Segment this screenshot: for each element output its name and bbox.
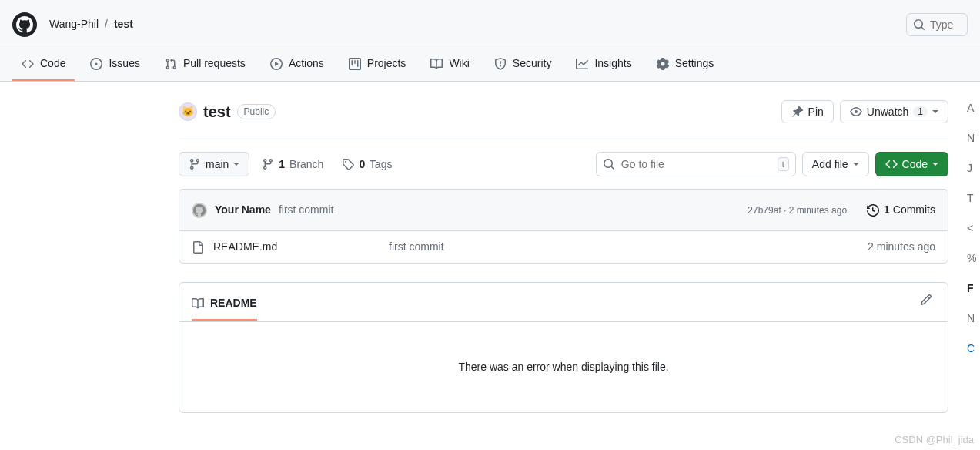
- unwatch-button[interactable]: Unwatch 1: [840, 100, 948, 123]
- sidebar-letter: A: [967, 100, 980, 116]
- file-row: README.md first commit 2 minutes ago: [179, 231, 948, 263]
- readme-header: README: [179, 283, 948, 322]
- commit-meta: 27b79af · 2 minutes ago: [748, 203, 847, 217]
- edit-readme-button[interactable]: [917, 290, 935, 314]
- add-file-button[interactable]: Add file: [802, 152, 869, 176]
- file-icon: [192, 241, 204, 254]
- global-search-input[interactable]: [930, 18, 961, 31]
- breadcrumb-owner[interactable]: Wang-Phil: [49, 16, 99, 32]
- sidebar-letter: N: [967, 130, 980, 146]
- nav-label: Issues: [109, 55, 139, 72]
- files-box: Your Name first commit 27b79af · 2 minut…: [179, 189, 948, 264]
- pencil-icon: [920, 294, 932, 306]
- history-icon: [867, 204, 879, 217]
- commit-author[interactable]: Your Name: [215, 202, 271, 218]
- nav-label: Insights: [594, 55, 631, 72]
- readme-tab[interactable]: README: [192, 292, 257, 321]
- repo-avatar: 🐱: [179, 102, 197, 121]
- nav-issues[interactable]: Issues: [81, 49, 149, 81]
- repo-actions: Pin Unwatch 1: [781, 100, 948, 123]
- commit-time: 2 minutes ago: [789, 205, 847, 216]
- go-to-file-input[interactable]: [621, 158, 771, 170]
- nav-label: Projects: [367, 55, 406, 72]
- commit-sha[interactable]: 27b79af: [748, 205, 781, 216]
- branches-link[interactable]: 1 Branch: [256, 153, 329, 176]
- pin-label: Pin: [808, 106, 824, 118]
- chevron-down-icon: [853, 163, 859, 166]
- pin-button[interactable]: Pin: [781, 100, 834, 123]
- code-button[interactable]: Code: [875, 152, 948, 176]
- breadcrumb-repo[interactable]: test: [114, 16, 133, 32]
- nav-label: Code: [40, 55, 65, 72]
- code-icon: [22, 58, 34, 70]
- sidebar-letter: F: [967, 280, 980, 297]
- shield-icon: [494, 58, 507, 70]
- readme-box: README There was an error when displayin…: [179, 282, 948, 413]
- nav-code[interactable]: Code: [12, 49, 75, 81]
- nav-actions[interactable]: Actions: [261, 49, 333, 81]
- book-icon: [192, 297, 204, 310]
- insights-icon: [576, 58, 588, 70]
- add-file-label: Add file: [812, 158, 848, 170]
- sidebar-letter: J: [967, 160, 980, 176]
- projects-icon: [349, 58, 361, 70]
- commits-link[interactable]: 1 Commits: [867, 202, 935, 218]
- sidebar-letter: C: [967, 341, 980, 357]
- global-search[interactable]: [906, 13, 968, 36]
- wiki-icon: [430, 58, 443, 70]
- branch-selector-button[interactable]: main: [179, 152, 249, 176]
- repo-title-row: 🐱 test Public Pin Unwatch 1: [179, 100, 948, 136]
- chevron-down-icon: [932, 110, 938, 113]
- nav-label: Security: [513, 55, 552, 72]
- unwatch-label: Unwatch: [867, 106, 908, 118]
- code-label: Code: [902, 158, 928, 170]
- code-icon: [885, 158, 898, 170]
- repo-nav: Code Issues Pull requests Actions Projec…: [0, 49, 980, 82]
- chevron-down-icon: [932, 163, 938, 166]
- github-logo[interactable]: [12, 12, 37, 37]
- latest-commit-row: Your Name first commit 27b79af · 2 minut…: [179, 190, 948, 231]
- chevron-down-icon: [233, 163, 239, 166]
- issues-icon: [90, 58, 102, 70]
- nav-projects[interactable]: Projects: [339, 49, 416, 81]
- repo-title: test: [203, 100, 231, 123]
- nav-security[interactable]: Security: [485, 49, 561, 81]
- commit-message[interactable]: first commit: [279, 202, 334, 218]
- nav-insights[interactable]: Insights: [567, 49, 641, 81]
- readme-tab-label: README: [210, 295, 257, 311]
- search-icon: [913, 18, 925, 31]
- pullrequest-icon: [165, 58, 177, 70]
- visibility-badge: Public: [237, 104, 276, 119]
- eye-icon: [850, 106, 862, 118]
- file-link[interactable]: README.md: [213, 239, 277, 255]
- nav-label: Wiki: [449, 55, 469, 72]
- branch-icon: [189, 158, 201, 170]
- nav-wiki[interactable]: Wiki: [421, 49, 478, 81]
- gear-icon: [657, 58, 669, 70]
- nav-label: Settings: [675, 55, 714, 72]
- nav-settings[interactable]: Settings: [647, 49, 724, 81]
- sidebar-letter: T: [967, 190, 980, 207]
- right-sidebar: A N J T < % F N C: [967, 82, 980, 432]
- sidebar-letter: %: [967, 250, 980, 267]
- tags-link[interactable]: 0 Tags: [336, 153, 398, 176]
- actions-row: main 1 Branch 0 Tags t Add file: [179, 152, 948, 176]
- nav-label: Actions: [289, 55, 324, 72]
- kbd-hint: t: [778, 157, 789, 172]
- branch-name: main: [206, 158, 229, 170]
- pin-icon: [791, 106, 804, 118]
- sidebar-letter: N: [967, 311, 980, 327]
- tag-icon: [342, 158, 354, 170]
- sidebar-letter: <: [967, 220, 980, 237]
- readme-error: There was an error when displaying this …: [179, 322, 948, 412]
- go-to-file-search[interactable]: t: [596, 152, 796, 176]
- actions-icon: [270, 58, 283, 70]
- breadcrumb-separator: /: [105, 16, 108, 32]
- nav-pullrequests[interactable]: Pull requests: [156, 49, 255, 81]
- file-commit-msg[interactable]: first commit: [389, 239, 855, 255]
- top-header: Wang-Phil / test: [0, 0, 980, 49]
- commit-author-avatar: [192, 203, 207, 218]
- branch-icon: [262, 158, 274, 170]
- unwatch-count: 1: [913, 106, 928, 117]
- breadcrumbs: Wang-Phil / test: [49, 16, 133, 32]
